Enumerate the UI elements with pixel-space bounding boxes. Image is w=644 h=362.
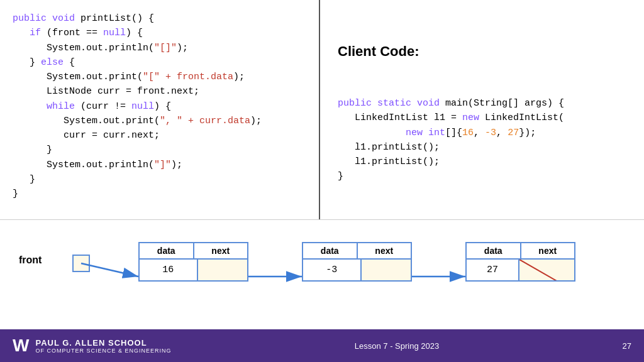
node1-next-header: next — [194, 243, 248, 258]
code-line: public void printList() { — [13, 11, 306, 26]
node3-data-header: data — [467, 243, 521, 258]
node1-data-value: 16 — [140, 260, 198, 280]
node-3: data next 27 — [465, 242, 575, 282]
code-line: LinkedIntList l1 = new LinkedIntList( — [338, 111, 631, 125]
code-line: curr = curr.next; — [13, 128, 306, 143]
code-line: l1.printList(); — [338, 155, 631, 169]
node3-next-null — [519, 260, 574, 280]
linked-list-diagram: front data next 16 data next -3 — [0, 219, 644, 329]
node2-data-value: -3 — [303, 260, 362, 280]
node3-next-header: next — [521, 243, 575, 258]
node3-data-value: 27 — [467, 260, 519, 280]
footer-page: 27 — [623, 341, 631, 351]
uw-logo: W — [13, 336, 29, 356]
code-line: } — [338, 169, 631, 184]
code-line: System.out.print(", " + curr.data); — [13, 114, 306, 128]
code-line: ListNode curr = front.next; — [13, 84, 306, 99]
node2-data-header: data — [303, 243, 358, 258]
code-line: l1.printList(); — [338, 140, 631, 155]
code-line: System.out.print("[" + front.data); — [13, 70, 306, 84]
right-code-lines: public static void main(String[] args) {… — [338, 96, 631, 184]
front-label: front — [19, 255, 42, 266]
code-line: System.out.println("[]"); — [13, 41, 306, 55]
code-line: public static void main(String[] args) { — [338, 96, 631, 111]
code-line: System.out.println("]"); — [13, 158, 306, 172]
front-pointer-box — [72, 255, 90, 272]
diagram-section: front data next 16 data next -3 — [0, 219, 644, 329]
code-line: while (curr != null) { — [13, 99, 306, 114]
null-diagonal-svg — [519, 260, 574, 280]
school-info: PAUL G. ALLEN SCHOOL OF COMPUTER SCIENCE… — [35, 338, 171, 354]
footer: W PAUL G. ALLEN SCHOOL OF COMPUTER SCIEN… — [0, 329, 644, 362]
code-line: } — [13, 172, 306, 187]
node2-next-header: next — [358, 243, 411, 258]
footer-logo: W PAUL G. ALLEN SCHOOL OF COMPUTER SCIEN… — [13, 336, 171, 356]
code-line: } — [13, 143, 306, 157]
node2-next-cell — [362, 260, 411, 280]
footer-lesson: Lesson 7 - Spring 2023 — [171, 341, 622, 351]
node-1: data next 16 — [138, 242, 248, 282]
left-code-panel: public void printList() { if (front == n… — [0, 0, 320, 219]
school-name: PAUL G. ALLEN SCHOOL — [35, 338, 171, 348]
node1-data-header: data — [140, 243, 194, 258]
client-title: Client Code: — [338, 41, 631, 62]
top-area: public void printList() { if (front == n… — [0, 0, 644, 219]
svg-line-0 — [519, 260, 574, 280]
right-code-panel: Client Code: public static void main(Str… — [320, 0, 644, 219]
code-line: new int[]{16, -3, 27}); — [338, 126, 631, 140]
school-sub: OF COMPUTER SCIENCE & ENGINEERING — [35, 348, 171, 354]
node-2: data next -3 — [302, 242, 412, 282]
code-line: } else { — [13, 55, 306, 70]
code-line: if (front == null) { — [13, 26, 306, 40]
node1-next-cell — [198, 260, 248, 280]
code-line: } — [13, 187, 306, 201]
